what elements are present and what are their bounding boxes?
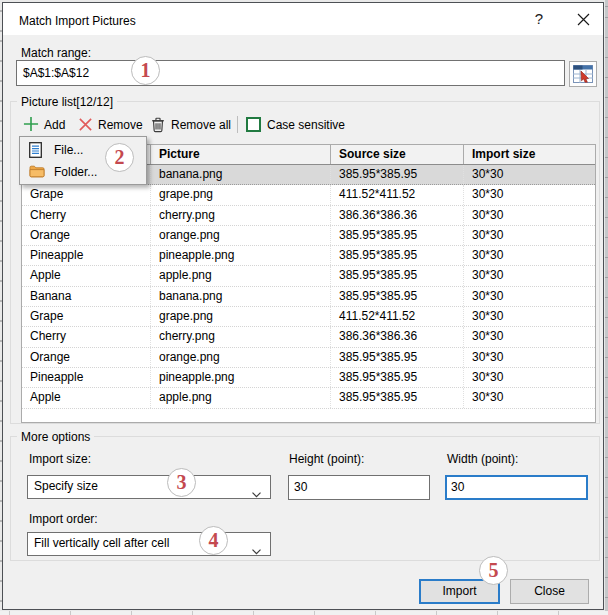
table-cell: 30*30 xyxy=(464,307,595,326)
table-cell: 385.95*385.95 xyxy=(331,287,464,306)
table-cell: 386.36*386.36 xyxy=(331,206,464,225)
dialog-title: Match Import Pictures xyxy=(19,14,136,28)
table-cell: 30*30 xyxy=(464,185,595,204)
close-window-button[interactable] xyxy=(564,3,602,35)
match-range-label: Match range: xyxy=(21,46,91,60)
table-row[interactable]: Bananabanana.png385.95*385.9530*30 xyxy=(22,287,595,307)
table-cell: 385.95*385.95 xyxy=(331,266,464,285)
more-options-group-label: More options xyxy=(17,430,94,444)
add-plus-icon xyxy=(23,116,39,135)
chevron-down-icon xyxy=(252,541,261,562)
table-cell: 385.95*385.95 xyxy=(331,226,464,245)
chevron-down-icon xyxy=(252,484,261,505)
table-cell: 385.95*385.95 xyxy=(331,368,464,387)
table-cell: banana.png xyxy=(151,165,331,184)
table-cell: apple.png xyxy=(151,266,331,285)
picture-list-group-label: Picture list[12/12] xyxy=(17,95,117,109)
table-row[interactable]: Cherrycherry.png386.36*386.3630*30 xyxy=(22,206,595,226)
toolbar-separator xyxy=(237,116,238,133)
table-body: Bananabanana.png385.95*385.9530*30Grapeg… xyxy=(22,165,595,409)
column-header-picture[interactable]: Picture xyxy=(151,145,331,164)
close-button[interactable]: Close xyxy=(510,579,589,604)
table-cell: Orange xyxy=(22,226,151,245)
match-range-input[interactable]: $A$1:$A$12 xyxy=(16,60,565,86)
help-button[interactable]: ? xyxy=(520,3,558,35)
table-row[interactable]: Grapegrape.png411.52*411.5230*30 xyxy=(22,185,595,205)
annotation-badge-5: 5 xyxy=(479,556,508,585)
table-cell: cherry.png xyxy=(151,327,331,346)
table-row[interactable]: Orangeorange.png385.95*385.9530*30 xyxy=(22,226,595,246)
table-cell: 30*30 xyxy=(464,368,595,387)
table-cell: 30*30 xyxy=(464,266,595,285)
folder-icon xyxy=(29,164,45,181)
table-cell: Orange xyxy=(22,348,151,367)
height-point-label: Height (point): xyxy=(289,452,364,466)
table-cell: 30*30 xyxy=(464,165,595,184)
table-cell: 30*30 xyxy=(464,287,595,306)
annotation-badge-3: 3 xyxy=(167,468,196,497)
table-cell: pineapple.png xyxy=(151,368,331,387)
width-point-label: Width (point): xyxy=(447,452,518,466)
table-row[interactable]: Grapegrape.png411.52*411.5230*30 xyxy=(22,307,595,327)
table-cell: 386.36*386.36 xyxy=(331,327,464,346)
table-cell: Cherry xyxy=(22,206,151,225)
import-size-dropdown[interactable]: Specify size xyxy=(27,475,271,499)
case-sensitive-checkbox[interactable] xyxy=(246,117,261,132)
table-cell: 30*30 xyxy=(464,206,595,225)
trash-icon xyxy=(151,116,165,136)
table-cell: orange.png xyxy=(151,348,331,367)
range-selector-grid-icon xyxy=(573,65,593,83)
table-cell: apple.png xyxy=(151,388,331,407)
table-cell: Pineapple xyxy=(22,368,151,387)
annotation-badge-1: 1 xyxy=(131,56,160,85)
table-cell: grape.png xyxy=(151,307,331,326)
column-header-source-size[interactable]: Source size xyxy=(331,145,464,164)
import-order-value: Fill vertically cell after cell xyxy=(34,536,169,550)
table-cell: 30*30 xyxy=(464,327,595,346)
height-input[interactable]: 30 xyxy=(288,475,430,500)
file-icon xyxy=(29,142,42,161)
table-row[interactable]: Orangeorange.png385.95*385.9530*30 xyxy=(22,348,595,368)
table-cell: 411.52*411.52 xyxy=(331,307,464,326)
width-value: 30 xyxy=(451,480,464,494)
table-cell: cherry.png xyxy=(151,206,331,225)
title-bar: Match Import Pictures ? xyxy=(3,3,603,35)
table-row[interactable]: Cherrycherry.png386.36*386.3630*30 xyxy=(22,327,595,347)
remove-x-icon xyxy=(78,117,93,135)
import-order-label: Import order: xyxy=(29,512,98,526)
match-range-value: $A$1:$A$12 xyxy=(23,66,89,80)
table-cell: grape.png xyxy=(151,185,331,204)
table-cell: 30*30 xyxy=(464,348,595,367)
annotation-badge-2: 2 xyxy=(105,143,134,172)
remove-all-button[interactable]: Remove all xyxy=(171,118,231,132)
annotation-badge-4: 4 xyxy=(199,526,228,555)
table-cell: Apple xyxy=(22,266,151,285)
table-cell: Pineapple xyxy=(22,246,151,265)
width-input[interactable]: 30 xyxy=(445,475,588,500)
remove-button[interactable]: Remove xyxy=(98,118,143,132)
table-cell: Grape xyxy=(22,185,151,204)
table-row[interactable]: Pineapplepineapple.png385.95*385.9530*30 xyxy=(22,368,595,388)
import-size-label: Import size: xyxy=(29,452,91,466)
add-button[interactable]: Add xyxy=(44,118,65,132)
table-cell: 30*30 xyxy=(464,226,595,245)
table-cell: pineapple.png xyxy=(151,246,331,265)
match-import-pictures-dialog: Match Import Pictures ? Match range: $A$… xyxy=(2,2,604,610)
import-size-value: Specify size xyxy=(34,479,98,493)
table-row[interactable]: Pineapplepineapple.png385.95*385.9530*30 xyxy=(22,246,595,266)
table-row[interactable]: Appleapple.png385.95*385.9530*30 xyxy=(22,388,595,408)
menu-item-folder-label: Folder... xyxy=(54,165,97,179)
case-sensitive-label[interactable]: Case sensitive xyxy=(267,118,345,132)
help-icon: ? xyxy=(535,10,543,27)
import-order-dropdown[interactable]: Fill vertically cell after cell xyxy=(27,532,271,556)
picture-list-table: NamePictureSource sizeImport size Banana… xyxy=(21,144,596,423)
height-value: 30 xyxy=(294,480,307,494)
range-picker-button[interactable] xyxy=(569,61,597,87)
table-cell: orange.png xyxy=(151,226,331,245)
table-cell: 30*30 xyxy=(464,388,595,407)
table-cell: Apple xyxy=(22,388,151,407)
column-header-import-size[interactable]: Import size xyxy=(464,145,595,164)
excel-sheet-bottom-edge xyxy=(0,611,608,615)
table-row[interactable]: Appleapple.png385.95*385.9530*30 xyxy=(22,266,595,286)
table-cell: 385.95*385.95 xyxy=(331,246,464,265)
